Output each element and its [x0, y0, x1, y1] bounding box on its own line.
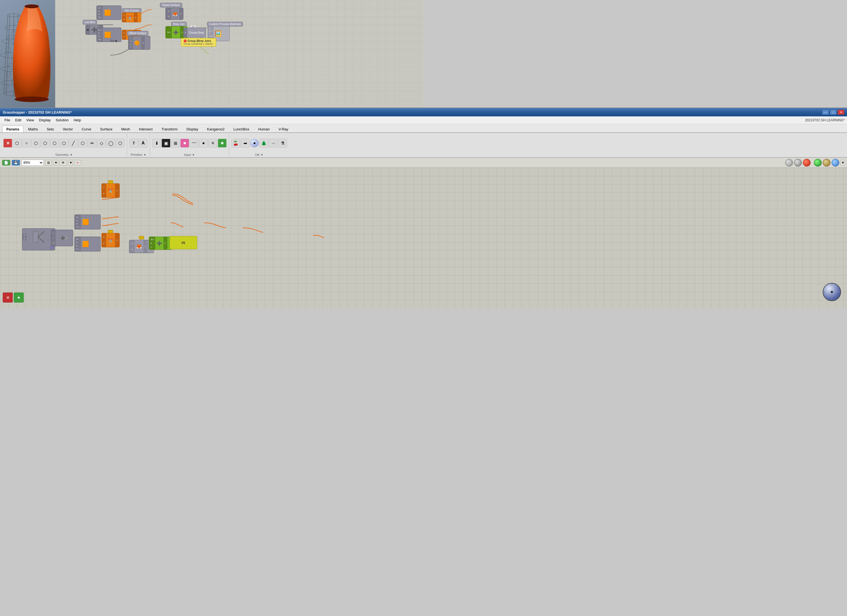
icon-circle[interactable]: ○: [22, 139, 31, 148]
tab-maths[interactable]: Maths: [24, 126, 42, 132]
svg-rect-25: [33, 231, 38, 242]
geometry-icons: ✕ ⬡ ○ ⬡ ⬠ ⬡ ⬡ ╱ ⬡ ✏ ◇ ◯ ⬡: [3, 134, 125, 152]
icon-hexagon1[interactable]: ⬡: [13, 139, 22, 148]
tab-sets[interactable]: Sets: [43, 126, 58, 132]
icon-flask[interactable]: ⚗: [278, 139, 287, 148]
icon-pentagon[interactable]: ⬠: [41, 139, 50, 148]
node-lin[interactable]: LiN ➕⬡: [51, 230, 73, 246]
icon-x[interactable]: ✕: [3, 139, 12, 148]
svg-line-26: [38, 231, 44, 237]
node-en-b-ei-em-second[interactable]: EnBEiEm 🟧: [96, 28, 121, 42]
tab-vector[interactable]: Vector: [59, 126, 77, 132]
svg-point-24: [15, 96, 49, 102]
toolbar-geometry: ✕ ⬡ ○ ⬡ ⬠ ⬡ ⬡ ╱ ⬡ ✏ ◇ ◯ ⬡ Geometry ▼: [2, 134, 127, 157]
node-offset[interactable]: SDCT 🟠 S: [128, 36, 150, 50]
input-icons: ⬇ ▣ ⊞ ■ 〰 ● ≡ ■: [152, 134, 227, 152]
icon-A[interactable]: A: [139, 139, 148, 148]
toolbar-util: 🍒 ➡ ● 🌲 ➡ ⚗ Util ▼: [230, 134, 289, 157]
red-x-button[interactable]: ✕: [3, 292, 13, 303]
node-cpc-top[interactable]: CP ✂️ C: [102, 183, 120, 198]
list-item-label: List Item: [83, 20, 97, 25]
icon-pencil[interactable]: ✏: [88, 139, 96, 148]
tab-lunchbox[interactable]: LunchBox: [229, 126, 253, 132]
node-cpc-bottom[interactable]: CP ✂️ C: [102, 233, 120, 247]
primitive-icons: 7 A: [129, 134, 148, 152]
tab-surface[interactable]: Surface: [96, 126, 117, 132]
tab-params[interactable]: Params: [2, 126, 24, 132]
offset-surface-label: Offset Surface: [127, 31, 148, 35]
paint-button[interactable]: ✏: [74, 160, 81, 165]
node-closed-brep[interactable]: ● Closed Brep: [183, 28, 206, 37]
preview-arrow[interactable]: ▼: [68, 160, 73, 165]
icon-wave[interactable]: 〰: [190, 139, 199, 148]
geometry-arrow: ▼: [70, 153, 72, 157]
util-icons: 🍒 ➡ ● 🌲 ➡ ⚗: [231, 134, 287, 152]
tab-bar: Params Maths Sets Vector Curve Surface M…: [0, 124, 424, 133]
rhino-left-panel: .wf-line { stroke: #222; stroke-width: 0…: [0, 0, 55, 108]
node-en-b-ei-em-bottom1[interactable]: EnBEiEm 🟧: [74, 214, 100, 229]
menu-file[interactable]: File: [2, 117, 12, 123]
primitive-label: Primitive ▼: [131, 153, 146, 157]
menu-display[interactable]: Display: [37, 117, 53, 123]
tab-transform[interactable]: Transform: [157, 126, 182, 132]
icon-arrow-right[interactable]: ➡: [241, 139, 249, 148]
tab-mesh[interactable]: Mesh: [117, 126, 134, 132]
slider-0-6[interactable]: 0.6: [110, 40, 117, 43]
primitive-arrow: ▼: [143, 153, 146, 157]
icon-hexagon2[interactable]: ⬡: [31, 139, 40, 148]
icon-list2[interactable]: ≡: [208, 139, 217, 148]
gh-canvas-top[interactable]: List Item ➕ EnBEiEm 🟧 Join Curves: [55, 0, 424, 108]
tab-intersect[interactable]: Intersect: [135, 126, 157, 132]
menu-help[interactable]: Help: [71, 117, 83, 123]
util-arrow: ▼: [261, 153, 263, 157]
icon-panel[interactable]: ▣: [162, 139, 170, 148]
menu-edit[interactable]: Edit: [13, 117, 24, 123]
icon-tree[interactable]: 🌲: [260, 139, 268, 148]
icon-cherry[interactable]: 🍒: [231, 139, 240, 148]
icon-green-sq[interactable]: ■: [218, 139, 227, 148]
icon-poly[interactable]: ⬡: [78, 139, 87, 148]
svg-line-7: [4, 15, 8, 94]
menu-view[interactable]: View: [24, 117, 36, 123]
group-brep-join-tooltip: 🔴 Group (Brep Join) Group containing 1 o…: [181, 38, 216, 47]
node-brep-join-bottom[interactable]: ⬇BBC ➕ C: [149, 236, 172, 250]
menu-items: File Edit View Display Solution Help: [2, 117, 83, 123]
dropdown-arrow[interactable]: ▼: [53, 160, 58, 165]
node-en-b-ei-em-bottom2[interactable]: EnBEiEm 🟧: [74, 236, 100, 251]
icon-seven[interactable]: 7: [129, 139, 138, 148]
icon-line[interactable]: ╱: [69, 139, 78, 148]
tab-curve[interactable]: Curve: [77, 126, 95, 132]
save-button[interactable]: 💾: [12, 160, 20, 165]
solid-lamp-svg: [10, 1, 54, 105]
tab-display[interactable]: Display: [182, 126, 202, 132]
zoom-select[interactable]: 85% 100% 75% 50%: [22, 160, 44, 166]
gh-canvas[interactable]: KA KA 2: [0, 168, 424, 308]
menu-solution[interactable]: Solution: [53, 117, 71, 123]
preview-button[interactable]: 👁: [59, 160, 67, 165]
tab-vray[interactable]: V-Ray: [274, 126, 292, 132]
node-ka-bottom[interactable]: KA KA 2: [22, 228, 55, 250]
icon-hex3[interactable]: ⬡: [116, 139, 125, 148]
toolbar-input: ⬇ ▣ ⊞ ■ 〰 ● ≡ ■ Input ▼: [151, 134, 229, 157]
bottom-left-controls: ✕ ●: [3, 292, 24, 303]
icon-sphere[interactable]: ●: [199, 139, 208, 148]
icon-circle2[interactable]: ◯: [106, 139, 115, 148]
green-circle-button[interactable]: ●: [14, 292, 24, 303]
svg-line-27: [38, 237, 44, 242]
zoom-fit-button[interactable]: ⊞: [45, 160, 52, 165]
icon-arrange[interactable]: ⊞: [171, 139, 180, 148]
icon-import[interactable]: ⬇: [152, 139, 161, 148]
tab-human[interactable]: Human: [254, 126, 274, 132]
new-file-button[interactable]: 📄: [2, 160, 10, 165]
node-ab[interactable]: ↑A↑B 🦊 S: [165, 8, 183, 20]
node-en-b-ei-em-top[interactable]: EnBEiEm 🟧: [96, 6, 121, 20]
icon-ball[interactable]: ●: [250, 139, 259, 148]
tab-kangaroo2[interactable]: Kangaroo2: [203, 126, 229, 132]
icon-arrow-gray[interactable]: ➡: [269, 139, 277, 148]
node-join-curves-orange[interactable]: CP ✂️ C: [122, 12, 141, 22]
icon-hexfill[interactable]: ⬡: [50, 139, 59, 148]
icon-hexa2[interactable]: ⬡: [59, 139, 68, 148]
icon-diamond[interactable]: ◇: [97, 139, 106, 148]
node-yellow-green[interactable]: (0): [170, 236, 197, 249]
icon-pink[interactable]: ■: [180, 139, 189, 148]
